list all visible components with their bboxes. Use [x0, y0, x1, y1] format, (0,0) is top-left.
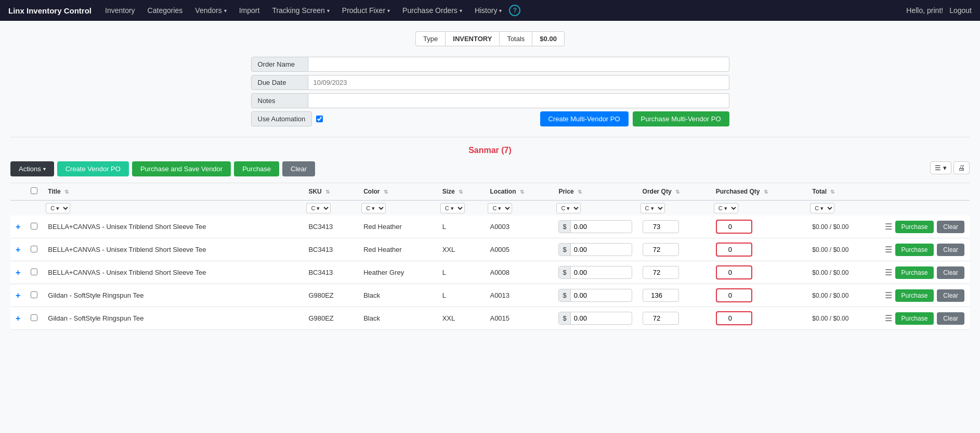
brand: Linx Inventory Control	[8, 6, 92, 15]
logout-button[interactable]: Logout	[949, 6, 972, 15]
row-clear-button[interactable]: Clear	[937, 244, 964, 256]
nav-item-history[interactable]: History ▾	[469, 3, 507, 18]
nav-item-inventory[interactable]: Inventory	[100, 3, 140, 18]
row-expand-icon[interactable]: +	[16, 314, 20, 323]
order-form: Order Name Due Date Notes Use Automation…	[251, 57, 729, 126]
purchased-qty-input[interactable]	[716, 243, 752, 257]
col-purchased-qty[interactable]: Purchased Qty ⇅	[711, 183, 807, 201]
row-expand-icon[interactable]: +	[16, 291, 20, 300]
filter-row: C ▾ C ▾ C ▾ C ▾ C ▾ C ▾	[10, 200, 970, 215]
filter-total-select[interactable]: C ▾	[810, 203, 834, 213]
row-expand-icon[interactable]: +	[16, 222, 20, 231]
price-input[interactable]	[571, 266, 602, 278]
row-clear-button[interactable]: Clear	[937, 289, 964, 302]
row-price-cell: $	[553, 284, 637, 307]
filter-color-select[interactable]: C ▾	[361, 203, 386, 213]
purchased-qty-input[interactable]	[716, 265, 752, 279]
col-price[interactable]: Price ⇅	[553, 183, 637, 201]
nav-item-purchase-orders[interactable]: Purchase Orders ▾	[397, 3, 467, 18]
nav-item-product-fixer[interactable]: Product Fixer ▾	[337, 3, 395, 18]
purchase-button[interactable]: Purchase	[234, 161, 279, 176]
price-input[interactable]	[571, 312, 602, 324]
filter-location-select[interactable]: C ▾	[488, 203, 512, 213]
due-date-input[interactable]	[308, 75, 729, 90]
purchased-qty-input[interactable]	[716, 220, 752, 234]
row-expand-icon[interactable]: +	[16, 268, 20, 277]
purchase-multi-vendor-po-button[interactable]: Purchase Multi-Vendor PO	[633, 111, 729, 126]
filter-size-select[interactable]: C ▾	[440, 203, 465, 213]
row-menu-icon[interactable]: ☰	[885, 313, 892, 323]
row-color-cell: Red Heather	[358, 238, 437, 261]
row-purchase-button[interactable]: Purchase	[895, 289, 934, 302]
nav-item-import[interactable]: Import	[234, 3, 265, 18]
col-size[interactable]: Size ⇅	[437, 183, 485, 201]
row-checkbox[interactable]	[31, 314, 37, 321]
row-actions: ☰ Purchase Clear	[885, 312, 964, 325]
nav-item-tracking-screen[interactable]: Tracking Screen ▾	[267, 3, 334, 18]
price-input[interactable]	[571, 289, 602, 301]
due-date-row: Due Date	[251, 75, 729, 90]
row-purchase-button[interactable]: Purchase	[895, 244, 934, 256]
row-clear-button[interactable]: Clear	[937, 312, 964, 325]
order-qty-input[interactable]	[643, 312, 679, 325]
row-checkbox[interactable]	[31, 223, 37, 230]
row-menu-icon[interactable]: ☰	[885, 268, 892, 277]
nav-item-categories[interactable]: Categories	[142, 3, 188, 18]
row-size: XXL	[442, 246, 455, 253]
row-checkbox[interactable]	[31, 291, 37, 298]
create-multi-vendor-po-button[interactable]: Create Multi-Vendor PO	[540, 111, 629, 126]
row-checkbox[interactable]	[31, 269, 37, 275]
col-sku[interactable]: SKU ⇅	[303, 183, 358, 201]
filter-title-select[interactable]: C ▾	[46, 203, 70, 213]
nav-item-vendors[interactable]: Vendors ▾	[190, 3, 231, 18]
filter-purchased-qty-select[interactable]: C ▾	[714, 203, 738, 213]
row-checkbox[interactable]	[31, 246, 37, 252]
filter-price-select[interactable]: C ▾	[556, 203, 581, 213]
row-sku: G980EZ	[308, 314, 333, 322]
use-automation-checkbox[interactable]	[316, 116, 323, 122]
row-purchase-button[interactable]: Purchase	[895, 266, 934, 279]
price-input[interactable]	[571, 221, 602, 233]
price-input[interactable]	[571, 244, 602, 256]
notes-label: Notes	[251, 93, 308, 108]
row-size-cell: L	[437, 284, 485, 307]
create-vendor-po-button[interactable]: Create Vendor PO	[57, 161, 129, 176]
help-button[interactable]: ?	[509, 5, 520, 16]
actions-button[interactable]: Actions ▾	[10, 161, 54, 176]
price-wrap: $	[558, 266, 632, 279]
filter-sku-select[interactable]: C ▾	[306, 203, 331, 213]
clear-button[interactable]: Clear	[282, 161, 315, 176]
row-purchase-button[interactable]: Purchase	[895, 312, 934, 325]
purchased-qty-input[interactable]	[716, 288, 752, 302]
col-color[interactable]: Color ⇅	[358, 183, 437, 201]
print-button[interactable]: 🖨	[953, 161, 970, 174]
totals-value: $0.00	[532, 31, 565, 46]
order-qty-input[interactable]	[643, 266, 679, 279]
col-order-qty[interactable]: Order Qty ⇅	[637, 183, 711, 201]
filter-order-qty-select[interactable]: C ▾	[641, 203, 665, 213]
col-total[interactable]: Total ⇅	[807, 183, 879, 201]
row-price-cell: $	[553, 307, 637, 330]
purchased-qty-input[interactable]	[716, 311, 752, 325]
row-expand-icon[interactable]: +	[16, 245, 20, 254]
order-name-input[interactable]	[308, 57, 729, 72]
table-view-button[interactable]: ☰ ▾	[930, 161, 951, 174]
order-qty-input[interactable]	[643, 220, 679, 233]
row-menu-icon[interactable]: ☰	[885, 222, 892, 232]
table-top-icons: ☰ ▾ 🖨	[930, 161, 970, 174]
row-order-qty-cell	[637, 238, 711, 261]
row-menu-icon[interactable]: ☰	[885, 245, 892, 254]
order-qty-input[interactable]	[643, 243, 679, 256]
row-clear-button[interactable]: Clear	[937, 266, 964, 279]
order-qty-input[interactable]	[643, 289, 679, 302]
notes-input[interactable]	[308, 93, 729, 108]
select-all-checkbox[interactable]	[31, 187, 37, 194]
tracking-dropdown-icon: ▾	[327, 8, 330, 14]
price-wrap: $	[558, 312, 632, 325]
col-title[interactable]: Title ⇅	[43, 183, 303, 201]
row-purchase-button[interactable]: Purchase	[895, 221, 934, 233]
row-clear-button[interactable]: Clear	[937, 221, 964, 233]
col-location[interactable]: Location ⇅	[485, 183, 553, 201]
row-menu-icon[interactable]: ☰	[885, 290, 892, 300]
purchase-save-vendor-button[interactable]: Purchase and Save Vendor	[132, 161, 231, 176]
